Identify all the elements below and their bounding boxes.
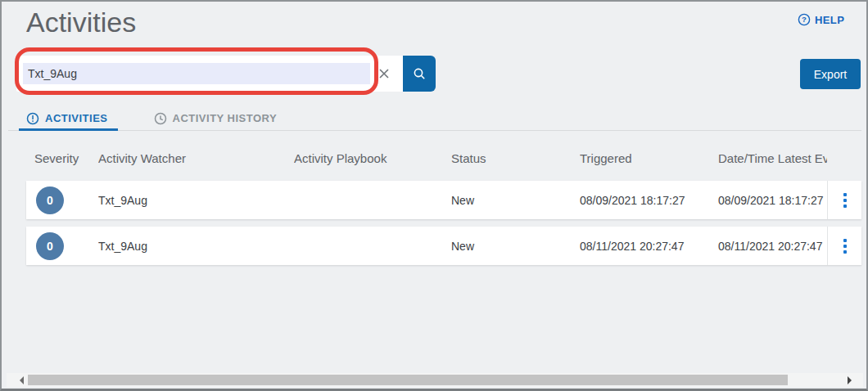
scroll-left-arrow-icon[interactable] (20, 376, 24, 384)
help-link[interactable]: ? HELP (798, 13, 844, 26)
vertical-dots-icon (843, 239, 847, 254)
active-tab-underline (19, 128, 118, 131)
triggered-cell: 08/11/2021 20:27:47 (580, 240, 718, 253)
clock-icon (154, 112, 167, 125)
search-bar (16, 56, 436, 92)
export-button[interactable]: Export (800, 59, 861, 89)
page-title: Activities (26, 7, 136, 38)
status-cell: New (451, 194, 580, 207)
close-icon (378, 68, 390, 79)
severity-badge: 0 (36, 232, 64, 260)
search-input[interactable] (23, 63, 370, 84)
row-menu-button[interactable] (827, 181, 861, 219)
activity-watcher-cell: Txt_9Aug (98, 240, 294, 253)
triggered-cell: 08/09/2021 18:17:27 (580, 194, 718, 207)
column-header-activity-playbook: Activity Playbook (294, 151, 451, 165)
help-label: HELP (815, 14, 844, 26)
latest-event-cell: 08/09/2021 18:17:27 (718, 194, 827, 207)
column-header-activity-watcher: Activity Watcher (98, 151, 294, 165)
search-box (16, 56, 403, 92)
table-header-row: Severity Activity Watcher Activity Playb… (34, 151, 827, 165)
tab-activities[interactable]: ACTIVITIES (19, 107, 115, 129)
column-header-triggered: Triggered (580, 151, 718, 165)
tabbar-divider (8, 130, 861, 131)
column-header-date-time-latest: Date/Time Latest Ev (718, 151, 827, 165)
vertical-dots-icon (843, 193, 847, 208)
scroll-right-arrow-icon[interactable] (848, 376, 852, 384)
alert-circle-icon (26, 112, 39, 125)
tab-bar: ACTIVITIES ACTIVITY HISTORY (19, 107, 284, 129)
svg-text:?: ? (802, 15, 807, 24)
clear-search-button[interactable] (370, 60, 398, 88)
activities-window: Activities ? HELP (0, 0, 868, 391)
tab-activity-history-label: ACTIVITY HISTORY (173, 112, 278, 124)
scrollbar-thumb[interactable] (28, 375, 788, 385)
column-header-severity: Severity (34, 151, 98, 165)
latest-event-cell: 08/11/2021 20:27:47 (718, 240, 827, 253)
help-icon: ? (798, 13, 811, 26)
status-cell: New (451, 240, 580, 253)
horizontal-scrollbar[interactable] (7, 373, 863, 387)
activity-watcher-cell: Txt_9Aug (98, 194, 294, 207)
table-row[interactable]: 0 Txt_9Aug New 08/09/2021 18:17:27 08/09… (26, 181, 861, 219)
severity-badge: 0 (36, 187, 64, 214)
row-menu-button[interactable] (827, 227, 861, 265)
search-icon (413, 67, 427, 81)
tab-activity-history[interactable]: ACTIVITY HISTORY (147, 107, 285, 129)
table-row[interactable]: 0 Txt_9Aug New 08/11/2021 20:27:47 08/11… (26, 227, 861, 265)
tab-activities-label: ACTIVITIES (45, 112, 108, 124)
column-header-status: Status (451, 151, 580, 165)
search-button[interactable] (403, 56, 436, 92)
